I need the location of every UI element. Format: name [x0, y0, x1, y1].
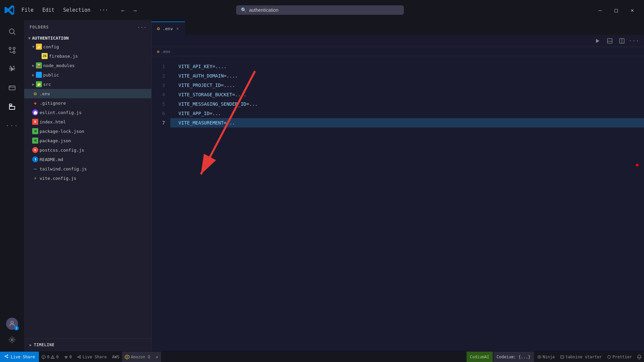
activity-search[interactable]	[3, 23, 21, 40]
toggle-panel-button[interactable]	[605, 36, 614, 46]
firebase-file-label: firebase.js	[49, 54, 78, 59]
config-folder-label: config	[43, 44, 59, 49]
menu-bar: File Edit Selection ···	[17, 5, 112, 15]
activity-explorer[interactable]	[3, 98, 21, 115]
codeium-badge[interactable]: Codeium: {...}	[493, 352, 534, 362]
broadcast-button[interactable]: 0	[61, 352, 74, 362]
forward-button[interactable]: →	[130, 5, 141, 15]
title-bar: File Edit Selection ··· ← → 🔍 — □ ✕	[0, 0, 644, 20]
minimize-button[interactable]: —	[592, 5, 608, 15]
status-right: CodiumAI Codeium: {...} Ninja tabnine st…	[467, 352, 644, 362]
user-avatar[interactable]: 1	[6, 318, 18, 330]
code-line-6: VITE_APP_ID=...	[178, 109, 636, 118]
tree-item-vite[interactable]: ⚡ vite.config.js	[24, 173, 151, 183]
tabnine-badge[interactable]: tabnine starter	[557, 352, 604, 362]
search-input[interactable]	[249, 7, 399, 13]
run-button[interactable]	[593, 36, 602, 46]
root-folder[interactable]: ▼ AUTHENTICATION	[24, 34, 151, 42]
tree-item-firebase[interactable]: JS firebase.js	[24, 51, 151, 61]
tree-item-package-lock[interactable]: ⑆ package-lock.json	[24, 126, 151, 136]
svg-line-35	[78, 357, 79, 358]
activity-source-control[interactable]	[3, 42, 21, 59]
tab-bar: ⚙ .env ✕	[152, 20, 644, 35]
code-editor[interactable]: 1 2 3 4 5 6 7 VITE_API_KEY=.... VITE_AUT…	[152, 56, 644, 351]
tree-item-env[interactable]: ⚙ .env	[24, 89, 151, 98]
public-folder-label: public	[43, 72, 59, 77]
svg-point-30	[66, 357, 66, 358]
node-modules-icon: 📦	[36, 62, 42, 68]
line-num-6: 6	[152, 109, 170, 118]
errors-warnings[interactable]: 0 0	[39, 352, 61, 362]
tab-close-button[interactable]: ✕	[176, 25, 179, 32]
code-line-5: VITE_MESSAGING_SENDER_ID=...	[178, 99, 636, 109]
src-folder-label: src	[43, 82, 51, 87]
tree-item-node-modules[interactable]: ▶ 📦 node_modules	[24, 61, 151, 70]
maximize-button[interactable]: □	[608, 5, 624, 15]
tab-label: .env	[162, 26, 173, 31]
prettier-badge[interactable]: Prettier	[604, 352, 635, 362]
amazon-q-label: Amazon Q	[131, 355, 150, 359]
eslint-icon: ⬤	[32, 109, 38, 115]
sidebar-more-button[interactable]: ···	[138, 23, 146, 31]
live-share-status-label: Live Share	[83, 355, 107, 359]
tree-item-eslint[interactable]: ⬤ eslint.config.js	[24, 108, 151, 117]
tree-item-postcss[interactable]: ⊗ postcss.config.js	[24, 145, 151, 155]
sidebar: FOLDERS ··· ▼ AUTHENTICATION ▼ 📁 config …	[24, 20, 152, 351]
svg-point-9	[10, 86, 11, 87]
line-num-4: 4	[152, 90, 170, 99]
tree-item-index-html[interactable]: H index.html	[24, 117, 151, 126]
vite-label: vite.config.js	[40, 176, 76, 181]
svg-rect-10	[9, 104, 12, 106]
chevron-down-icon: ▼	[32, 45, 35, 49]
edit-menu[interactable]: Edit	[38, 5, 58, 15]
activity-remote-explorer[interactable]	[3, 79, 21, 97]
notification-button[interactable]	[635, 352, 644, 362]
activity-bottom: 1	[3, 318, 21, 349]
file-tree: ▼ AUTHENTICATION ▼ 📁 config JS firebase.…	[24, 34, 151, 338]
tree-item-public[interactable]: ▶ 🌐 public	[24, 70, 151, 80]
tree-item-package-json[interactable]: ⑆ package.json	[24, 136, 151, 145]
tree-item-tailwind[interactable]: ~ tailwind.config.js	[24, 164, 151, 173]
aws-button[interactable]: AWS	[109, 352, 122, 362]
back-button[interactable]: ←	[118, 5, 128, 15]
split-editor-button[interactable]	[617, 36, 627, 46]
more-menu[interactable]: ···	[95, 5, 112, 15]
close-button[interactable]: ✕	[625, 5, 640, 15]
svg-point-27	[44, 358, 44, 358]
live-share-label: Live Share	[11, 355, 35, 359]
timeline-header[interactable]: ▶ TIMELINE	[24, 341, 151, 349]
tree-item-config[interactable]: ▼ 📁 config	[24, 42, 151, 51]
lightning-button[interactable]: ⚡	[153, 352, 161, 362]
prettier-label: Prettier	[612, 355, 632, 359]
activity-more[interactable]: ···	[3, 117, 21, 134]
vite-icon: ⚡	[32, 175, 38, 181]
live-share-status[interactable]: Live Share	[74, 352, 109, 362]
status-left: Live Share 0 0 0	[0, 352, 161, 362]
live-share-button[interactable]: Live Share	[0, 352, 39, 362]
svg-point-3	[13, 51, 15, 53]
public-folder-icon: 🌐	[36, 72, 42, 78]
sidebar-title: FOLDERS	[30, 25, 49, 30]
codeium-label: Codeium: {...}	[497, 355, 531, 359]
tailwind-icon: ~	[32, 166, 38, 172]
warnings-count: 0	[56, 355, 58, 359]
code-content[interactable]: VITE_API_KEY=.... VITE_AUTH_DOMAIN=.... …	[170, 56, 644, 351]
window-controls: — □ ✕	[592, 5, 640, 15]
active-tab[interactable]: ⚙ .env ✕	[152, 21, 185, 35]
postcss-label: postcss.config.js	[40, 148, 84, 153]
more-actions-button[interactable]: ···	[629, 36, 639, 46]
settings-button[interactable]	[3, 331, 21, 349]
tree-item-src[interactable]: ▶ 📁 src	[24, 80, 151, 89]
ninja-badge[interactable]: Ninja	[535, 352, 557, 362]
svg-line-24	[6, 357, 7, 357]
codiumai-badge[interactable]: CodiumAI	[467, 352, 493, 362]
tree-item-readme[interactable]: ℹ README.md	[24, 155, 151, 164]
selection-menu[interactable]: Selection	[59, 5, 94, 15]
activity-run-debug[interactable]	[3, 60, 21, 78]
search-bar[interactable]: 🔍	[236, 5, 404, 15]
file-menu[interactable]: File	[17, 5, 38, 15]
amazon-q-button[interactable]: Amazon Q	[122, 352, 153, 362]
tree-item-gitignore[interactable]: ◆ .gitignore	[24, 98, 151, 108]
svg-point-31	[77, 356, 78, 357]
svg-point-33	[79, 357, 80, 358]
